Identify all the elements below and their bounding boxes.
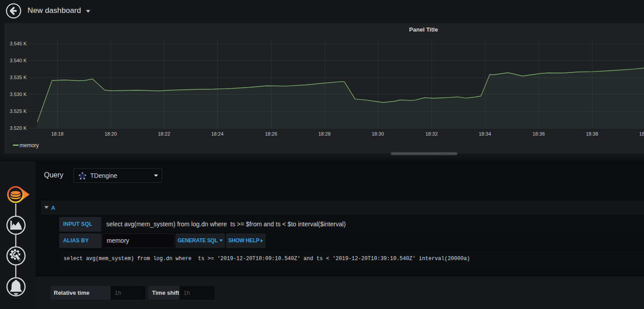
svg-text:18:18: 18:18 bbox=[51, 131, 64, 136]
svg-text:18:26: 18:26 bbox=[265, 131, 277, 136]
svg-text:18:20: 18:20 bbox=[104, 131, 117, 136]
svg-text:18:36: 18:36 bbox=[532, 131, 545, 136]
svg-text:18:30: 18:30 bbox=[372, 131, 384, 136]
svg-text:18:38: 18:38 bbox=[586, 131, 598, 136]
svg-text:3.530 K: 3.530 K bbox=[10, 92, 27, 97]
svg-text:18:32: 18:32 bbox=[425, 131, 438, 136]
svg-text:3.540 K: 3.540 K bbox=[10, 58, 27, 63]
svg-text:18:28: 18:28 bbox=[318, 131, 331, 136]
svg-text:18:40: 18:40 bbox=[639, 131, 644, 136]
svg-text:3.545 K: 3.545 K bbox=[10, 41, 27, 46]
svg-text:18:24: 18:24 bbox=[211, 131, 224, 136]
svg-text:18:22: 18:22 bbox=[158, 131, 170, 136]
svg-text:3.520 K: 3.520 K bbox=[10, 125, 27, 131]
svg-text:18:34: 18:34 bbox=[479, 131, 491, 136]
svg-text:3.535 K: 3.535 K bbox=[10, 75, 27, 80]
svg-text:3.525 K: 3.525 K bbox=[10, 108, 27, 114]
